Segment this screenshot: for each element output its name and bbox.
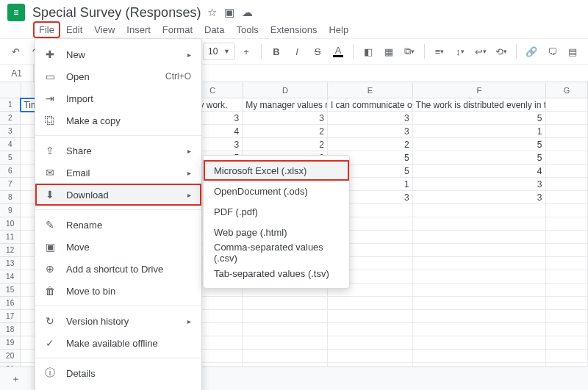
menu-item-open[interactable]: ▭OpenCtrl+O [35, 65, 201, 87]
cell[interactable] [328, 350, 413, 363]
cell[interactable] [546, 151, 588, 165]
menu-item-move[interactable]: ▣Move [35, 236, 201, 258]
column-header[interactable]: F [413, 82, 546, 98]
menu-item-download[interactable]: ⬇Download▸ [35, 184, 201, 206]
menu-item-make-a-copy[interactable]: ⿻Make a copy [35, 109, 201, 131]
cell[interactable]: 3 [413, 178, 546, 191]
document-title[interactable]: Special Survey (Responses) [32, 5, 207, 21]
menu-view[interactable]: View [89, 22, 120, 37]
name-box[interactable]: A1 [0, 65, 34, 82]
row-header[interactable]: 9 [0, 204, 21, 217]
cell[interactable] [243, 297, 328, 310]
menu-format[interactable]: Format [157, 22, 198, 37]
select-all-corner[interactable] [0, 82, 21, 98]
move-folder-icon[interactable]: ▣ [224, 6, 234, 19]
column-header[interactable]: G [546, 82, 588, 98]
cell[interactable] [546, 204, 588, 217]
cell[interactable] [413, 204, 546, 217]
row-header[interactable]: 18 [0, 323, 21, 336]
menu-file[interactable]: File [34, 22, 60, 37]
strike-button[interactable]: S [308, 42, 327, 61]
cell[interactable]: 1 [413, 125, 546, 138]
menu-extensions[interactable]: Extensions [265, 22, 323, 37]
cell[interactable] [546, 138, 588, 151]
cell[interactable] [413, 231, 546, 244]
row-header[interactable]: 4 [0, 138, 21, 151]
cell[interactable] [546, 257, 588, 270]
row-header[interactable]: 1 [0, 98, 21, 112]
row-header[interactable]: 13 [0, 257, 21, 270]
submenu-item[interactable]: Tab-separated values (.tsv) [204, 263, 349, 284]
cell[interactable]: 2 [243, 125, 328, 138]
font-size-select[interactable]: 10 ▼ [203, 43, 235, 60]
menu-item-move-to-bin[interactable]: 🗑Move to bin [35, 280, 201, 302]
cell[interactable] [328, 336, 413, 350]
cell[interactable] [413, 310, 546, 323]
submenu-item[interactable]: Web page (.html) [204, 222, 349, 242]
menu-item-email[interactable]: ✉Email▸ [35, 162, 201, 184]
row-header[interactable]: 20 [0, 350, 21, 363]
cell[interactable] [328, 310, 413, 323]
row-header[interactable]: 14 [0, 270, 21, 284]
row-header[interactable]: 16 [0, 297, 21, 310]
horiz-align-button[interactable]: ≡▾ [430, 42, 449, 61]
menu-tools[interactable]: Tools [231, 22, 263, 37]
submenu-item[interactable]: Comma-separated values (.csv) [204, 242, 349, 263]
cell[interactable]: 5 [413, 138, 546, 151]
star-icon[interactable]: ☆ [207, 6, 217, 19]
cell[interactable] [546, 297, 588, 310]
cell[interactable] [546, 165, 588, 178]
cell[interactable] [546, 125, 588, 138]
cell[interactable] [413, 336, 546, 350]
row-header[interactable]: 7 [0, 178, 21, 191]
menu-data[interactable]: Data [199, 22, 229, 37]
row-header[interactable]: 2 [0, 112, 21, 125]
menu-item-details[interactable]: ⓘDetails [35, 362, 201, 384]
menu-item-import[interactable]: ⇥Import [35, 87, 201, 109]
row-header[interactable]: 10 [0, 217, 21, 231]
cell[interactable]: 4 [413, 165, 546, 178]
cell[interactable] [546, 231, 588, 244]
cell[interactable] [546, 191, 588, 204]
comment-button[interactable]: 🗨 [542, 42, 562, 61]
menu-edit[interactable]: Edit [61, 22, 87, 37]
row-header[interactable]: 8 [0, 191, 21, 204]
cell[interactable] [546, 350, 588, 363]
cell[interactable] [546, 323, 588, 336]
cell[interactable]: The work is distributed evenly in the te… [413, 98, 546, 112]
cell[interactable]: 5 [413, 151, 546, 165]
cell[interactable] [546, 217, 588, 231]
menu-item-settings[interactable]: ⚙Settings [35, 384, 201, 390]
cell[interactable]: 2 [243, 138, 328, 151]
cell[interactable] [328, 297, 413, 310]
italic-button[interactable]: I [287, 42, 306, 61]
cell[interactable] [413, 217, 546, 231]
font-size-increase[interactable]: + [237, 42, 256, 61]
cell[interactable] [546, 98, 588, 112]
submenu-item[interactable]: OpenDocument (.ods) [204, 181, 349, 201]
cell[interactable] [546, 178, 588, 191]
sheets-logo-icon[interactable] [7, 4, 25, 21]
cell[interactable] [413, 323, 546, 336]
menu-item-make-available-offline[interactable]: ✓Make available offline [35, 332, 201, 354]
cell[interactable] [243, 350, 328, 363]
column-header[interactable]: D [243, 82, 329, 98]
row-header[interactable]: 5 [0, 151, 21, 165]
rotate-button[interactable]: ⟲▾ [492, 42, 511, 61]
cell[interactable]: 2 [328, 138, 413, 151]
bold-button[interactable]: B [267, 42, 286, 61]
cell[interactable] [328, 323, 413, 336]
cell[interactable] [413, 350, 546, 363]
cell[interactable] [413, 297, 546, 310]
row-header[interactable]: 11 [0, 231, 21, 244]
row-header[interactable]: 17 [0, 310, 21, 323]
fill-color-button[interactable]: ◧ [359, 42, 378, 61]
link-button[interactable]: 🔗 [522, 42, 541, 61]
cell[interactable]: 3 [413, 191, 546, 204]
cell[interactable]: I can communicate openl [328, 98, 413, 112]
undo-button[interactable]: ↶ [6, 42, 25, 61]
menu-insert[interactable]: Insert [121, 22, 156, 37]
merge-cells-button[interactable]: ⧉▾ [400, 42, 419, 61]
cell[interactable] [546, 112, 588, 125]
submenu-item[interactable]: Microsoft Excel (.xlsx) [204, 160, 349, 181]
